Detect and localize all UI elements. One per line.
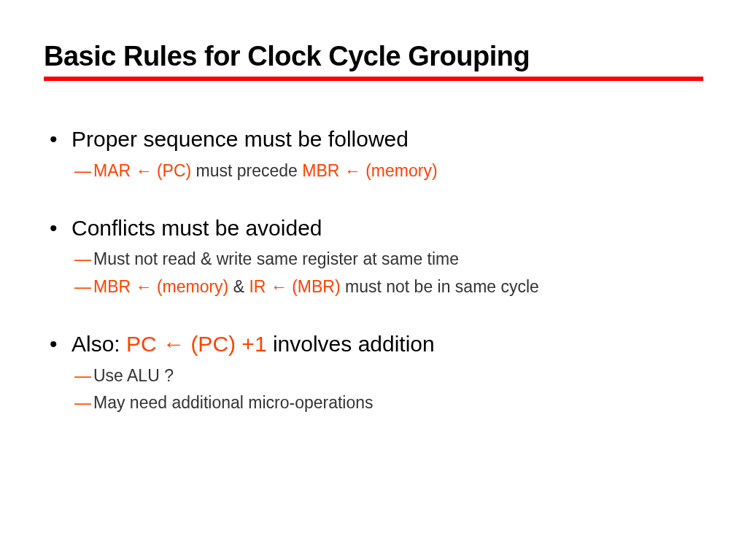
dash-icon: — — [74, 159, 93, 183]
left-arrow-icon: ← — [136, 277, 152, 296]
left-arrow-icon: ← — [136, 161, 152, 180]
left-arrow-icon: ← — [163, 332, 185, 356]
highlight-text: IR — [249, 277, 270, 296]
title-underline — [44, 77, 703, 81]
dash-icon: — — [74, 275, 93, 299]
sub-bullet-item: —MAR ← (PC) must precede MBR ← (memory) — [74, 159, 703, 183]
highlight-text: (PC) — [152, 161, 196, 180]
dash-icon: — — [74, 391, 93, 415]
sub-bullet-item: —MBR ← (memory) & IR ← (MBR) must not be… — [74, 275, 703, 299]
sub-bullet-text: MAR ← (PC) must precede MBR ← (memory) — [93, 159, 703, 183]
sub-bullet-item: —Must not read & write same register at … — [74, 247, 703, 271]
bullet-text: Conflicts must be avoided — [71, 214, 703, 244]
sub-bullet-item: —Use ALU ? — [74, 364, 703, 388]
highlight-text: MAR — [93, 161, 136, 180]
bullet-text: Also: PC ← (PC) +1 involves addition — [71, 330, 703, 359]
sub-bullet-text: Must not read & write same register at s… — [93, 247, 703, 271]
bullet-text: Proper sequence must be followed — [71, 125, 703, 155]
body-text: & — [233, 277, 249, 296]
body-text: must not be in same cycle — [345, 277, 539, 296]
highlight-text: (memory) — [152, 277, 233, 296]
body-text: involves addition — [273, 332, 435, 356]
sub-bullet-text: Use ALU ? — [93, 364, 703, 388]
sub-bullet-item: —May need additional micro-operations — [74, 391, 703, 415]
bullet-item: •Also: PC ← (PC) +1 involves addition — [50, 330, 703, 359]
body-text: Use ALU ? — [93, 366, 174, 385]
slide-title: Basic Rules for Clock Cycle Grouping — [44, 41, 703, 77]
highlight-text: (PC) +1 — [185, 332, 273, 356]
highlight-text: PC — [126, 332, 163, 356]
highlight-text: (MBR) — [287, 277, 345, 296]
bullet-dot-icon: • — [50, 125, 71, 155]
bullet-item: •Proper sequence must be followed — [50, 125, 703, 155]
dash-icon: — — [74, 364, 93, 388]
title-block: Basic Rules for Clock Cycle Grouping — [44, 41, 703, 81]
bullet-group: •Proper sequence must be followed—MAR ← … — [50, 125, 703, 183]
bullet-dot-icon: • — [50, 214, 71, 244]
bullet-group: •Conflicts must be avoided—Must not read… — [50, 214, 703, 299]
left-arrow-icon: ← — [271, 277, 287, 296]
body-text: must precede — [196, 161, 303, 180]
left-arrow-icon: ← — [344, 161, 361, 180]
dash-icon: — — [74, 247, 93, 271]
bullet-group: •Also: PC ← (PC) +1 involves addition—Us… — [50, 330, 703, 415]
slide-content: •Proper sequence must be followed—MAR ← … — [44, 125, 703, 415]
body-text: May need additional micro-operations — [93, 393, 374, 412]
body-text: Must not read & write same register at s… — [93, 249, 459, 268]
highlight-text: MBR — [302, 161, 344, 180]
highlight-text: (memory) — [361, 161, 438, 180]
highlight-text: MBR — [93, 277, 136, 296]
bullet-item: •Conflicts must be avoided — [50, 214, 703, 244]
bullet-dot-icon: • — [50, 330, 71, 359]
body-text: Also: — [71, 332, 126, 356]
sub-bullet-text: MBR ← (memory) & IR ← (MBR) must not be … — [93, 275, 703, 299]
sub-bullet-text: May need additional micro-operations — [93, 391, 703, 415]
